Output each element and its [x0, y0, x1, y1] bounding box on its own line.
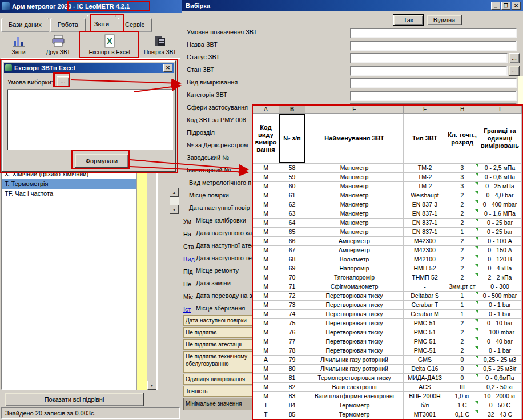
selection-field-input[interactable]: [350, 41, 517, 51]
cell[interactable]: 0: [446, 374, 478, 383]
header-cell[interactable]: Код виду виміро вання: [253, 114, 279, 164]
cell[interactable]: М: [253, 200, 279, 209]
cell[interactable]: Манометр: [305, 164, 404, 173]
cell[interactable]: ТМ-2: [404, 164, 446, 173]
scroll-up-icon[interactable]: ▲: [170, 188, 179, 197]
cell[interactable]: 0 - 300: [478, 282, 522, 292]
selection-field-input[interactable]: [350, 91, 517, 101]
cell[interactable]: М: [253, 282, 279, 292]
cell[interactable]: 74: [279, 310, 305, 319]
cell[interactable]: 2: [446, 246, 478, 255]
cell[interactable]: 0 - 4,0 bar: [478, 191, 522, 200]
cell[interactable]: М: [253, 164, 279, 173]
cell[interactable]: 0 - 10 bar: [478, 319, 522, 328]
cell[interactable]: 66: [279, 237, 305, 246]
cell[interactable]: Сфігмоманометр: [305, 282, 404, 292]
cell[interactable]: 84: [279, 401, 305, 410]
cell[interactable]: Т: [253, 410, 279, 419]
cell[interactable]: Амперметр: [305, 237, 404, 246]
mini-scrollbar[interactable]: ▲ ▼: [170, 188, 179, 214]
list-item[interactable]: Т. Термометрія: [2, 179, 136, 189]
cell[interactable]: 3: [446, 164, 478, 173]
cell[interactable]: ТМ-2: [404, 173, 446, 182]
scroll-down-icon[interactable]: ▼: [170, 205, 179, 214]
cell[interactable]: 2: [446, 319, 478, 328]
cell[interactable]: 0 - 400 mbar: [478, 200, 522, 209]
cell[interactable]: Deltabar S: [404, 292, 446, 301]
cell[interactable]: Перетворювач тиску: [305, 301, 404, 310]
cell[interactable]: 75: [279, 319, 305, 328]
cell[interactable]: EN 837-1: [404, 219, 446, 228]
cell[interactable]: 2: [446, 209, 478, 219]
cell[interactable]: 58: [279, 164, 305, 173]
cell[interactable]: 1 С: [446, 401, 478, 410]
tab-databases[interactable]: Бази даних: [1, 18, 49, 32]
cell[interactable]: PMC-51: [404, 319, 446, 328]
cell[interactable]: 2: [446, 219, 478, 228]
highlighted-field[interactable]: Не підлягає калібруванню: [183, 327, 253, 338]
selection-field-input[interactable]: [350, 66, 508, 76]
cell[interactable]: Термоперетворювач тиску: [305, 374, 404, 383]
cell[interactable]: Манометр: [305, 219, 404, 228]
scroll-down-icon[interactable]: ▼: [147, 381, 156, 390]
cell[interactable]: PMC-51: [404, 337, 446, 346]
cell[interactable]: М: [253, 337, 279, 346]
cell[interactable]: -: [404, 282, 446, 292]
cell[interactable]: М: [253, 209, 279, 219]
cell[interactable]: 2: [446, 200, 478, 209]
cell[interactable]: Перетворювач тиску: [305, 310, 404, 319]
reports-button[interactable]: Звіти: [1, 33, 36, 58]
cell[interactable]: 0 - 150 А: [478, 246, 522, 255]
cell[interactable]: 0 - 1,6 МПа: [478, 209, 522, 219]
cell[interactable]: М: [253, 255, 279, 264]
cell[interactable]: Cerabar M: [404, 310, 446, 319]
cell[interactable]: 0,25 - 25 м3: [478, 356, 522, 365]
selection-field-input[interactable]: [350, 28, 517, 38]
cell[interactable]: М: [253, 191, 279, 200]
cell[interactable]: 2: [446, 273, 478, 282]
cell[interactable]: Ваги платформні електронні: [305, 392, 404, 401]
cell[interactable]: 0 - 2,5 мПа: [478, 164, 522, 173]
cell[interactable]: Напоромір: [305, 264, 404, 273]
cell[interactable]: 59: [279, 173, 305, 182]
cell[interactable]: М42300: [404, 246, 446, 255]
header-cell[interactable]: Кл. точн., розряд: [446, 114, 478, 164]
cell[interactable]: М: [253, 219, 279, 228]
cell[interactable]: Cerabar T: [404, 301, 446, 310]
cell[interactable]: 0 - 1 bar: [478, 346, 522, 356]
export-excel-button[interactable]: X Експорт в Excel: [80, 33, 139, 58]
cell[interactable]: Тягонапоромір: [305, 273, 404, 282]
cell[interactable]: ВПЕ 2000Н: [404, 392, 446, 401]
cell[interactable]: ACS: [404, 383, 446, 392]
header-cell[interactable]: № з/п: [279, 114, 305, 164]
cell[interactable]: 82: [279, 383, 305, 392]
cell[interactable]: М: [253, 392, 279, 401]
print-zvt-button[interactable]: Друк ЗВТ: [36, 33, 80, 58]
header-cell[interactable]: Границі та одиниці вимірювань: [478, 114, 522, 164]
tab-reports[interactable]: Звіти: [87, 15, 116, 32]
cell[interactable]: 10 - 2000 кг: [478, 392, 522, 401]
cell[interactable]: М: [253, 346, 279, 356]
cell[interactable]: М: [253, 374, 279, 383]
cell[interactable]: 2: [446, 264, 478, 273]
cell[interactable]: Ваги електронні: [305, 383, 404, 392]
cell[interactable]: 73: [279, 301, 305, 310]
cell[interactable]: М: [253, 319, 279, 328]
cell[interactable]: 76: [279, 328, 305, 337]
column-letter[interactable]: E: [305, 106, 404, 114]
verification-zvt-button[interactable]: Повірка ЗВТ: [139, 33, 182, 58]
cell[interactable]: 3мм.рт ст: [446, 282, 478, 292]
column-letter[interactable]: H: [446, 106, 478, 114]
cell[interactable]: М: [253, 365, 279, 374]
cell[interactable]: 85: [279, 410, 305, 419]
cell[interactable]: EN 837-3: [404, 200, 446, 209]
header-cell[interactable]: Тип ЗВТ: [404, 114, 446, 164]
cell[interactable]: М: [253, 173, 279, 182]
cell[interactable]: Термометр: [305, 401, 404, 410]
cell[interactable]: 65: [279, 228, 305, 237]
cell[interactable]: 0,1 С: [446, 410, 478, 419]
selection-field-input[interactable]: [350, 78, 517, 88]
cell[interactable]: Манометр: [305, 182, 404, 191]
cell[interactable]: М42100: [404, 255, 446, 264]
cell[interactable]: 72: [279, 292, 305, 301]
